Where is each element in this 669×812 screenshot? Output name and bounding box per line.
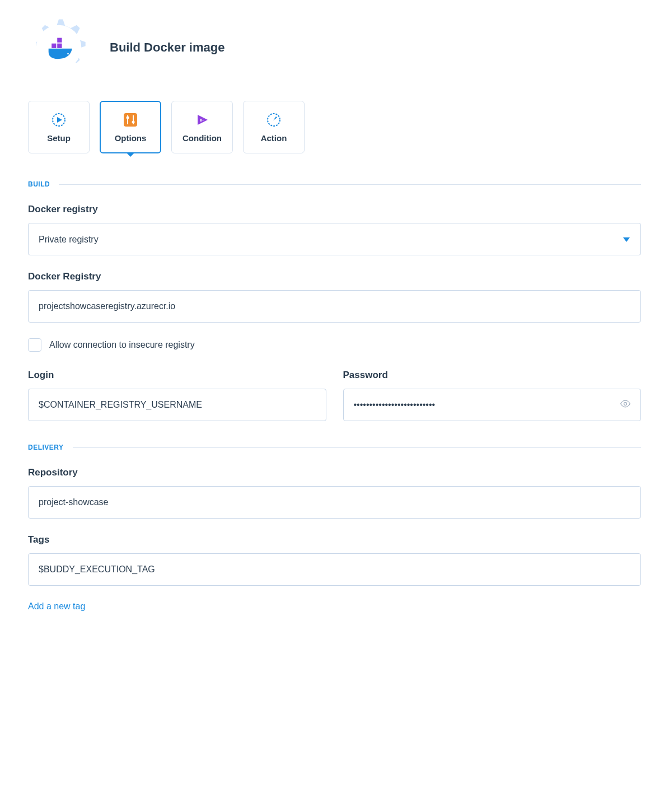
docker-registry-url-label: Docker Registry [28, 271, 641, 282]
tab-label: Options [115, 133, 147, 143]
docker-registry-select[interactable]: Private registry [28, 223, 641, 255]
svg-rect-1 [52, 44, 56, 48]
insecure-registry-row: Allow connection to insecure registry [28, 338, 641, 352]
page-title: Build Docker image [110, 40, 224, 55]
docker-gear-icon [28, 17, 90, 78]
field-login: Login [28, 370, 326, 421]
password-label: Password [343, 370, 642, 381]
tab-label: Setup [47, 133, 71, 143]
svg-rect-3 [57, 38, 62, 43]
setup-icon [51, 112, 67, 128]
repository-label: Repository [28, 467, 641, 478]
tags-label: Tags [28, 534, 641, 545]
tab-action[interactable]: Action [243, 101, 305, 153]
field-password: Password [343, 370, 642, 421]
tab-bar: Setup Options IF Condition Action [28, 101, 641, 153]
add-tag-link[interactable]: Add a new tag [28, 601, 85, 611]
tab-label: Action [261, 133, 287, 143]
tab-setup[interactable]: Setup [28, 101, 90, 153]
field-docker-registry-select: Docker registry Private registry [28, 204, 641, 255]
docker-registry-label: Docker registry [28, 204, 641, 215]
password-input[interactable] [343, 389, 642, 421]
section-heading-delivery: DELIVERY [28, 444, 641, 451]
svg-text:IF: IF [200, 118, 204, 123]
docker-registry-url-input[interactable] [28, 290, 641, 323]
repository-input[interactable] [28, 486, 641, 519]
action-icon [266, 112, 282, 128]
condition-icon: IF [194, 112, 210, 128]
field-docker-registry-url: Docker Registry [28, 271, 641, 323]
page-header: Build Docker image [28, 17, 641, 78]
tags-input[interactable] [28, 553, 641, 586]
login-label: Login [28, 370, 326, 381]
field-tags: Tags [28, 534, 641, 586]
svg-rect-2 [57, 44, 62, 48]
svg-point-16 [624, 403, 627, 405]
section-heading-build: BUILD [28, 180, 641, 188]
tab-label: Condition [183, 133, 222, 143]
svg-marker-6 [57, 117, 62, 123]
svg-point-4 [67, 53, 69, 55]
svg-rect-7 [124, 113, 137, 127]
tab-options[interactable]: Options [100, 101, 161, 153]
insecure-registry-checkbox[interactable] [28, 338, 41, 352]
insecure-registry-label: Allow connection to insecure registry [49, 340, 195, 350]
field-repository: Repository [28, 467, 641, 519]
eye-icon[interactable] [620, 398, 631, 412]
login-input[interactable] [28, 389, 326, 421]
tab-condition[interactable]: IF Condition [171, 101, 233, 153]
options-icon [123, 112, 138, 128]
